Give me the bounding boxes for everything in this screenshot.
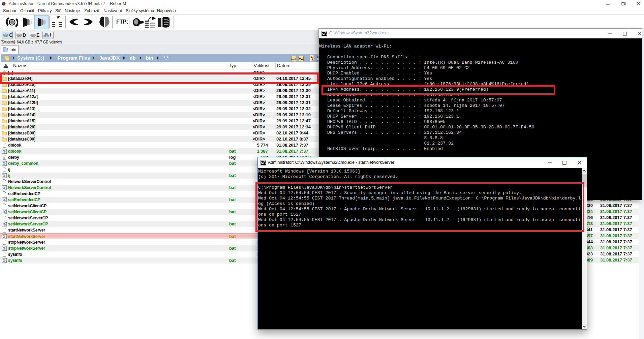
svg-text:*: * — [57, 16, 60, 23]
svg-text:root: root — [292, 58, 296, 60]
